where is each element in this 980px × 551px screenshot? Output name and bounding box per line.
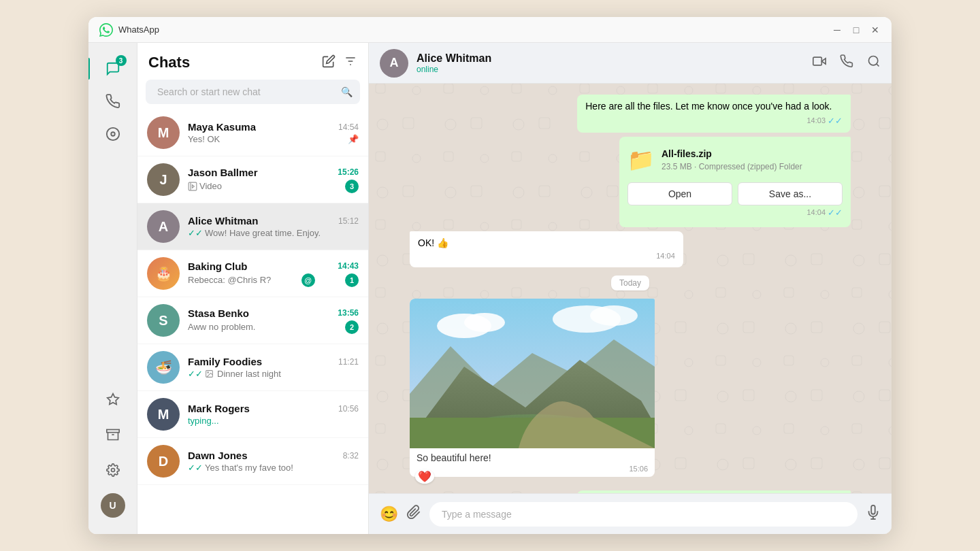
chat-name-maya: Maya Kasuma	[188, 121, 256, 133]
avatar-mark: M	[147, 398, 180, 431]
chat-header-avatar: A	[380, 49, 408, 78]
nav-item-settings[interactable]	[98, 455, 128, 485]
bubble-content-m3: OK! 👍 14:04	[410, 231, 683, 267]
search-chat-button[interactable]	[867, 54, 881, 71]
avatar-stasa: S	[147, 304, 180, 337]
maximize-button[interactable]: □	[851, 24, 862, 35]
attach-button[interactable]	[406, 505, 421, 524]
chat-header-status: online	[416, 65, 813, 74]
pin-icon-maya: 📌	[348, 134, 359, 144]
chat-time-dawn: 8:32	[343, 451, 359, 461]
app-title: WhatsApp	[118, 24, 832, 35]
message-m3: OK! 👍 14:04	[410, 231, 683, 267]
chat-preview-mark: typing...	[188, 416, 219, 426]
chat-info-family: Family Foodies 11:21 ✓✓ Dinner last nigh…	[188, 356, 359, 379]
svg-point-22	[590, 305, 638, 326]
save-file-button[interactable]: Save as...	[738, 182, 843, 205]
app-body: 3 U	[88, 43, 892, 534]
chat-preview-dawn: ✓✓ Yes that's my fave too!	[188, 463, 293, 473]
chat-name-alice: Alice Whitman	[188, 215, 258, 227]
svg-point-0	[106, 128, 118, 140]
search-bar[interactable]: 🔍	[146, 80, 360, 104]
message-time-m3: 14:04	[656, 251, 675, 261]
left-nav: 3 U	[88, 43, 137, 534]
chat-list: M Maya Kasuma 14:54 Yes! OK 📌	[137, 110, 368, 534]
reaction-m4: ❤️	[415, 469, 434, 484]
chat-time-family: 11:21	[338, 357, 359, 367]
chat-preview-jason: Video	[188, 181, 222, 191]
chat-name-mark: Mark Rogers	[188, 403, 250, 414]
window-controls: ─ □ ✕	[832, 24, 881, 35]
chat-preview-baking: Rebecca: @Chris R?	[188, 275, 271, 285]
nav-bottom: U	[98, 384, 128, 523]
chat-area: A Alice Whitman online	[369, 43, 892, 534]
chat-name-dawn: Dawn Jones	[188, 450, 248, 461]
sidebar: Chats 🔍 M	[137, 43, 369, 534]
nav-item-calls[interactable]	[98, 86, 128, 116]
chat-header: A Alice Whitman online	[369, 43, 892, 84]
tick-m1: ✓✓	[828, 115, 843, 127]
search-input[interactable]	[153, 80, 341, 103]
chat-time-maya: 14:54	[338, 122, 359, 132]
filter-button[interactable]	[344, 54, 357, 71]
new-chat-button[interactable]	[322, 54, 336, 71]
message-time-m2: 14:04	[806, 207, 826, 218]
chat-time-stasa: 13:56	[338, 308, 359, 318]
chat-name-stasa: Stasa Benko	[188, 307, 249, 319]
chat-info-alice: Alice Whitman 15:12 ✓✓ Wow! Have great t…	[188, 215, 359, 238]
chat-item-stasa[interactable]: S Stasa Benko 13:56 Aww no problem. 2	[137, 297, 368, 344]
image-bubble-m4: So beautiful here! 15:06	[410, 299, 655, 477]
landscape-image	[410, 299, 655, 448]
file-icon-m2: 📁	[627, 145, 655, 176]
nav-item-profile[interactable]: U	[98, 490, 128, 520]
chat-item-baking[interactable]: 🎂 Baking Club 14:43 Rebecca: @Chris R? @…	[137, 250, 368, 297]
message-text-m3: OK! 👍	[418, 237, 448, 248]
chats-badge: 3	[116, 55, 127, 66]
emoji-button[interactable]: 😊	[380, 505, 398, 523]
message-m2: 📁 All-files.zip 23.5 MB · Compressed (zi…	[619, 137, 851, 227]
svg-marker-2	[107, 394, 118, 405]
chat-item-maya[interactable]: M Maya Kasuma 14:54 Yes! OK 📌	[137, 110, 368, 156]
svg-point-5	[111, 469, 114, 472]
date-divider: Today	[410, 276, 851, 290]
file-size-m2: 23.5 MB · Compressed (zipped) Folder	[662, 161, 843, 173]
svg-point-1	[111, 132, 115, 136]
message-input[interactable]	[429, 502, 858, 527]
nav-item-status[interactable]	[98, 119, 128, 149]
message-text-m1: Here are all the files. Let me know once…	[585, 101, 832, 112]
tick-m2: ✓✓	[828, 207, 843, 219]
avatar-maya: M	[147, 116, 180, 149]
chat-header-info: Alice Whitman online	[416, 52, 813, 74]
sidebar-header-icons	[322, 54, 357, 71]
chat-time-jason: 15:26	[338, 167, 359, 177]
chat-item-family[interactable]: 🍜 Family Foodies 11:21 ✓✓ Dinner last ni…	[137, 344, 368, 391]
chat-info-jason: Jason Ballmer 15:26 Video 3	[188, 167, 359, 193]
nav-item-starred[interactable]	[98, 384, 128, 414]
chat-preview-stasa: Aww no problem.	[188, 322, 255, 332]
svg-line-17	[877, 64, 879, 67]
chat-info-stasa: Stasa Benko 13:56 Aww no problem. 2	[188, 307, 359, 334]
message-time-m1: 14:03	[806, 116, 826, 126]
messages-area: Here are all the files. Let me know once…	[369, 84, 892, 493]
voice-message-button[interactable]	[866, 505, 881, 524]
voice-call-button[interactable]	[840, 54, 853, 71]
message-m1: Here are all the files. Let me know once…	[577, 95, 851, 133]
chat-item-dawn[interactable]: D Dawn Jones 8:32 ✓✓ Yes that's my fave …	[137, 438, 368, 485]
close-button[interactable]: ✕	[870, 24, 881, 35]
nav-item-chats[interactable]: 3	[98, 54, 128, 84]
unread-badge-jason: 3	[345, 180, 359, 193]
video-call-button[interactable]	[813, 54, 826, 71]
chat-item-jason[interactable]: J Jason Ballmer 15:26 Video 3	[137, 156, 368, 203]
avatar-family: 🍜	[147, 351, 180, 384]
unread-badge-stasa: 2	[345, 320, 359, 334]
svg-marker-14	[821, 59, 826, 64]
chat-name-baking: Baking Club	[188, 261, 248, 272]
chat-item-mark[interactable]: M Mark Rogers 10:56 typing...	[137, 391, 368, 438]
open-file-button[interactable]: Open	[627, 182, 732, 205]
chat-time-alice: 15:12	[338, 216, 359, 226]
nav-item-archived[interactable]	[98, 420, 128, 450]
file-info-m2: 📁 All-files.zip 23.5 MB · Compressed (zi…	[627, 145, 843, 176]
minimize-button[interactable]: ─	[832, 24, 843, 35]
message-time-m4: 15:06	[629, 465, 648, 473]
chat-item-alice[interactable]: A Alice Whitman 15:12 ✓✓ Wow! Have great…	[137, 203, 368, 250]
